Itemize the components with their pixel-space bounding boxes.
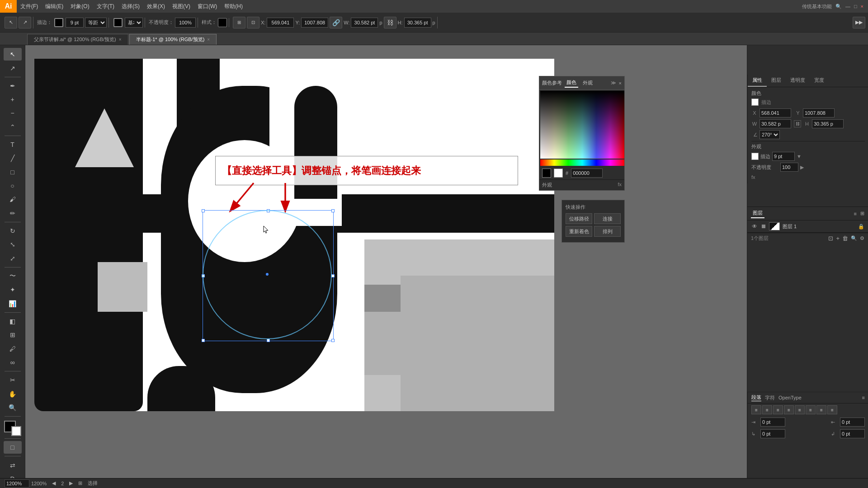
layers-search-btn[interactable]: 🔍 (851, 235, 857, 241)
color-gradient-picker[interactable] (540, 91, 624, 159)
selection-tool[interactable]: ↖ (4, 48, 22, 61)
search-icon[interactable]: 🔍 (835, 4, 842, 9)
last-line-indent[interactable] (840, 429, 865, 438)
props-tab-width[interactable]: 宽度 (810, 75, 829, 87)
nav-next[interactable]: ▶ (69, 480, 73, 486)
link-wh-btn[interactable]: 🔗 (330, 17, 342, 28)
menu-edit[interactable]: 编辑(E) (42, 0, 67, 13)
w-field[interactable] (760, 119, 791, 128)
stroke-swatch[interactable] (54, 18, 63, 27)
rotate-tool[interactable]: ↻ (4, 225, 22, 237)
gradient-tool[interactable]: ◧ (4, 315, 22, 328)
type-tool[interactable]: T (4, 138, 22, 151)
scissors-tool[interactable]: ✂ (4, 374, 22, 386)
layer-lock-icon[interactable]: 🔒 (858, 224, 864, 230)
window-maximize[interactable]: □ (854, 4, 857, 9)
w-input[interactable] (351, 18, 378, 28)
line-tool[interactable]: ╱ (4, 152, 22, 164)
make-clip-btn[interactable]: ⊡ (828, 235, 833, 242)
hue-slider[interactable] (540, 160, 624, 166)
add-anchor-tool[interactable]: + (4, 93, 22, 106)
stroke-indicator[interactable] (751, 99, 759, 106)
align-right-btn[interactable]: ≡ (773, 405, 783, 414)
blend-tool[interactable]: ∞ (4, 356, 22, 369)
handle-bc[interactable] (267, 339, 270, 342)
align-center-btn[interactable]: ≡ (762, 405, 772, 414)
connect-btn[interactable]: 连接 (594, 213, 621, 224)
color-swatches[interactable] (4, 421, 21, 436)
y-input[interactable] (301, 18, 328, 28)
hex-input[interactable] (571, 169, 603, 178)
pencil-tool[interactable]: ✏ (4, 207, 22, 220)
x-input[interactable] (267, 18, 294, 28)
select-tool-btn[interactable]: ↖ (5, 17, 17, 28)
eyedropper-tool[interactable]: 🖋 (4, 343, 22, 355)
cp-expand-icon[interactable]: ≫ (611, 80, 616, 86)
link-icon[interactable]: ⛓ (794, 120, 801, 127)
more-btn[interactable]: ▶▶ (853, 17, 865, 28)
para-tab[interactable]: 段落 (751, 394, 761, 401)
convert-anchor-tool[interactable]: ⌃ (4, 121, 22, 133)
shear-tool[interactable]: ⤢ (4, 252, 22, 265)
angle-select[interactable]: 270° (760, 130, 780, 139)
menu-object[interactable]: 对象(O) (67, 0, 93, 13)
menu-file[interactable]: 文件(F) (17, 0, 42, 13)
align-last-r[interactable]: ≡ (827, 405, 837, 414)
screen-mode-btn[interactable]: □ (4, 441, 22, 454)
y-field[interactable] (803, 108, 835, 117)
artboard-nav[interactable]: ⊞ (78, 480, 82, 486)
bg-color-swatch[interactable] (554, 169, 563, 178)
align-justify-btn[interactable]: ≡ (784, 405, 794, 414)
stroke-type-select[interactable]: 等距 (85, 18, 107, 28)
props-tab-layers[interactable]: 图层 (767, 75, 786, 87)
window-close[interactable]: × (861, 4, 863, 9)
transform-btn[interactable]: ⊡ (247, 17, 259, 28)
menu-select[interactable]: 选择(S) (118, 0, 143, 13)
handle-bl[interactable] (202, 339, 205, 342)
align-left-btn[interactable]: ≡ (751, 405, 761, 414)
props-tab-properties[interactable]: 属性 (748, 75, 767, 87)
background-color[interactable] (11, 426, 21, 436)
layers-header-tab[interactable]: 图层 (751, 209, 764, 218)
cp-close-icon[interactable]: × (619, 80, 622, 86)
opacity-input[interactable] (175, 18, 196, 28)
delete-layer-btn[interactable]: 🗑 (842, 235, 848, 242)
h-field[interactable] (812, 119, 844, 128)
tab-close-1[interactable]: × (207, 37, 210, 42)
paintbrush-tool[interactable]: 🖌 (4, 193, 22, 206)
swap-colors-btn[interactable]: ⇄ (4, 459, 22, 471)
layers-expand-icon[interactable]: ⊞ (860, 211, 864, 216)
stroke-width-field[interactable] (772, 152, 795, 161)
align-last-c[interactable]: ≡ (816, 405, 826, 414)
x-field[interactable] (760, 108, 791, 117)
zoom-tool[interactable]: 🔍 (4, 401, 22, 414)
nav-prev[interactable]: ◀ (52, 480, 56, 486)
offset-path-btn[interactable]: 位移路径 (566, 213, 592, 224)
direct-select-btn[interactable]: ↗ (19, 17, 31, 28)
typo-menu-icon[interactable]: ≡ (862, 395, 865, 400)
layer-name[interactable]: 图层 1 (783, 223, 855, 230)
pen-tool[interactable]: ✒ (4, 80, 22, 92)
align-last-l[interactable]: ≡ (806, 405, 816, 414)
right-indent[interactable] (840, 418, 865, 427)
layer-vis-icon[interactable]: 👁 (751, 223, 758, 230)
zoom-input[interactable] (5, 479, 29, 488)
layer-item-1[interactable]: 👁 图层 1 🔒 (747, 221, 868, 233)
graph-tool[interactable]: 📊 (4, 297, 22, 310)
stroke-fill-sw[interactable] (751, 153, 759, 160)
scale-tool[interactable]: ⤡ (4, 238, 22, 251)
recolor-btn[interactable]: 重新着色 (566, 226, 592, 237)
fg-color-swatch[interactable] (542, 169, 551, 178)
tab-0[interactable]: 父亲节讲解.ai* @ 1200% (RGB/预览) × (27, 34, 128, 45)
char-tab[interactable]: 字符 (765, 394, 775, 401)
handle-tl[interactable] (202, 209, 205, 212)
h-input[interactable] (404, 18, 431, 28)
window-minimize[interactable]: — (845, 4, 850, 9)
opentype-tab[interactable]: OpenType (778, 395, 802, 400)
cp-tab-color[interactable]: 颜色 (565, 78, 578, 88)
menu-effect[interactable]: 效果(X) (143, 0, 169, 13)
tab-1[interactable]: 半标题-1* @ 100% (RGB/预览) × (129, 34, 217, 45)
first-line-indent[interactable] (760, 429, 785, 438)
hand-tool[interactable]: ✋ (4, 388, 22, 400)
menu-text[interactable]: 文字(T) (93, 0, 118, 13)
